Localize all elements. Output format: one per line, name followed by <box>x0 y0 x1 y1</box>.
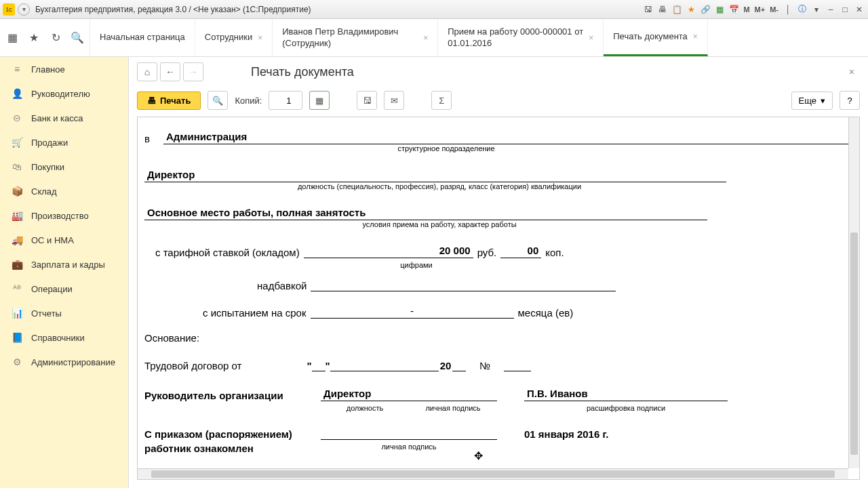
contract-row: Трудовой договор от " " 20 № <box>144 360 850 371</box>
sidebar-item-purchases[interactable]: 🛍Покупки <box>0 155 128 179</box>
star-icon[interactable]: ★ <box>685 3 697 16</box>
back-button[interactable]: ← <box>160 62 180 81</box>
sidebar-item-warehouse[interactable]: 📦Склад <box>0 179 128 203</box>
maximize-button[interactable]: □ <box>839 3 851 16</box>
info-icon[interactable]: ⓘ <box>796 3 808 16</box>
help-button[interactable]: ? <box>840 91 860 110</box>
separator: │ <box>782 3 794 16</box>
close-page-button[interactable]: × <box>849 66 860 77</box>
sidebar-item-sales[interactable]: 🛒Продажи <box>0 130 128 155</box>
horizontal-scrollbar[interactable] <box>138 468 848 479</box>
sidebar-item-reports[interactable]: 📊Отчеты <box>0 301 128 325</box>
box-icon: 📦 <box>11 186 23 197</box>
employment-field: Основное место работы, полная занятость … <box>144 207 850 228</box>
link-icon[interactable]: 🔗 <box>699 3 711 16</box>
tab-print[interactable]: Печать документа× <box>604 19 708 56</box>
m-button[interactable]: M <box>742 3 751 16</box>
sidebar-item-operations[interactable]: ᴬᴮОперации <box>0 277 128 301</box>
basis-label: Основание: <box>144 332 850 344</box>
tab-hiring[interactable]: Прием на работу 0000-000001 от 01.01.201… <box>438 19 604 56</box>
spreadsheet-button[interactable]: ▦ <box>309 91 330 110</box>
apps-icon[interactable]: ▦ <box>5 31 19 45</box>
ops-icon: ᴬᴮ <box>11 283 23 294</box>
m-plus-button[interactable]: M+ <box>753 3 767 16</box>
save-icon[interactable]: 🖫 <box>642 3 654 16</box>
close-icon[interactable]: × <box>423 33 428 43</box>
calendar-icon[interactable]: 📅 <box>728 3 740 16</box>
print-icon[interactable]: 🖶 <box>656 3 669 16</box>
close-icon[interactable]: × <box>693 32 698 41</box>
gear-icon: ⚙ <box>11 357 23 367</box>
coin-icon: ⊝ <box>11 113 23 123</box>
salary-block: с тарифной ставкой (окладом) 20 000 руб.… <box>155 245 850 319</box>
app-icon: 1c <box>3 3 15 16</box>
cursor-icon: ✥ <box>474 449 483 462</box>
search-icon[interactable]: 🔍 <box>71 31 84 45</box>
more-button[interactable]: Еще ▾ <box>791 92 833 110</box>
minimize-button[interactable]: – <box>825 3 837 16</box>
sidebar-item-bank[interactable]: ⊝Банк и касса <box>0 106 128 130</box>
close-button[interactable]: ✕ <box>853 3 865 16</box>
tab-home[interactable]: Начальная страница <box>90 19 195 56</box>
content: ⌂ ← → Печать документа × 🖶 Печать 🔍 Копи… <box>129 57 868 488</box>
save-doc-button[interactable]: 🖫 <box>357 91 377 110</box>
briefcase-icon: 💼 <box>11 259 23 270</box>
acknowledgment-block: С приказом (распоряжением) 01 января 201… <box>144 428 850 454</box>
printer-icon: 🖶 <box>147 96 156 106</box>
menu-icon: ≡ <box>11 64 23 75</box>
main: ≡Главное 👤Руководителю ⊝Банк и касса 🛒Пр… <box>0 57 868 488</box>
copies-label: Копий: <box>235 96 262 106</box>
titlebar-tools: 🖫 🖶 📋 ★ 🔗 ▦ 📅 M M+ M- │ ⓘ ▾ – □ ✕ <box>642 3 865 16</box>
favorite-icon[interactable]: ★ <box>27 31 41 45</box>
bag-icon: 🛍 <box>11 161 23 172</box>
window-title: Бухгалтерия предприятия, редакция 3.0 / … <box>35 5 642 14</box>
sidebar-item-production[interactable]: 🏭Производство <box>0 203 128 228</box>
tab-employees[interactable]: Сотрудники× <box>195 19 273 56</box>
factory-icon: 🏭 <box>11 210 23 221</box>
home-button[interactable]: ⌂ <box>137 62 157 81</box>
chevron-down-icon: ▾ <box>821 96 825 106</box>
toolbar: 🖶 Печать 🔍 Копий: ▦ 🖫 ✉ Σ Еще ▾ ? <box>129 87 868 114</box>
dropdown-icon[interactable]: ▾ <box>18 3 30 16</box>
tabbar-tools: ▦ ★ ↻ 🔍 <box>0 19 90 56</box>
m-minus-button[interactable]: M- <box>768 3 780 16</box>
vertical-scrollbar[interactable] <box>848 117 859 468</box>
sidebar-item-manager[interactable]: 👤Руководителю <box>0 81 128 106</box>
forward-button[interactable]: → <box>183 62 203 81</box>
sidebar-item-assets[interactable]: 🚚ОС и НМА <box>0 228 128 252</box>
close-icon[interactable]: × <box>258 33 262 43</box>
sidebar: ≡Главное 👤Руководителю ⊝Банк и касса 🛒Пр… <box>0 57 129 488</box>
signature-block: Руководитель организации Директор П.В. И… <box>144 388 850 412</box>
sidebar-item-admin[interactable]: ⚙Администрирование <box>0 350 128 374</box>
page-title: Печать документа <box>251 65 354 79</box>
cart-icon: 🛒 <box>11 137 23 148</box>
titlebar: 1c ▾ Бухгалтерия предприятия, редакция 3… <box>0 0 868 19</box>
document-area[interactable]: в Администрация структурное подразделени… <box>137 117 860 480</box>
position-field: Директор должность (специальность, профе… <box>144 169 850 190</box>
chart-icon: 📊 <box>11 308 23 319</box>
department-field: в Администрация структурное подразделени… <box>144 131 850 152</box>
close-icon[interactable]: × <box>589 33 593 43</box>
preview-button[interactable]: 🔍 <box>208 91 228 110</box>
clipboard-icon[interactable]: 📋 <box>671 3 683 16</box>
sidebar-item-catalogs[interactable]: 📘Справочники <box>0 325 128 350</box>
truck-icon: 🚚 <box>11 235 23 245</box>
book-icon: 📘 <box>11 332 23 343</box>
sidebar-item-hr[interactable]: 💼Зарплата и кадры <box>0 252 128 277</box>
copies-input[interactable] <box>269 91 302 110</box>
calc-icon[interactable]: ▦ <box>713 3 726 16</box>
print-button[interactable]: 🖶 Печать <box>137 92 201 110</box>
email-button[interactable]: ✉ <box>384 91 404 110</box>
history-icon[interactable]: ↻ <box>49 31 62 45</box>
user-icon: 👤 <box>11 88 23 99</box>
tab-employee-card[interactable]: Иванов Петр Владимирович (Сотрудник)× <box>273 19 438 56</box>
sum-button[interactable]: Σ <box>431 91 452 110</box>
nav-buttons: ⌂ ← → <box>137 62 203 81</box>
tabbar: ▦ ★ ↻ 🔍 Начальная страница Сотрудники× И… <box>0 19 868 57</box>
sidebar-item-main[interactable]: ≡Главное <box>0 57 128 81</box>
dropdown2-icon[interactable]: ▾ <box>810 3 823 16</box>
content-header: ⌂ ← → Печать документа × <box>129 57 868 87</box>
